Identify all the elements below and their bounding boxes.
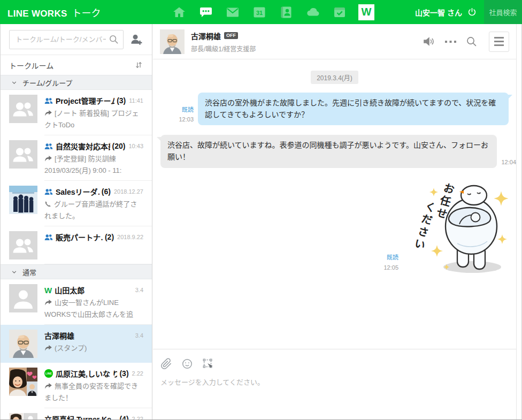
message-time: 12:04 — [501, 157, 516, 167]
talk-room-item[interactable]: LINE 瓜原江美,しいな りほ (3) 2.22 無事全員の安否を確認できまし… — [1, 363, 152, 408]
chat-panel: 古澤桐雄 OFF 部長/職級1/経営支援部 2019.3.4 — [153, 24, 516, 420]
chevron-down-icon — [11, 269, 17, 275]
capture-icon[interactable] — [202, 358, 214, 370]
member-count: (4) — [119, 415, 128, 420]
room-preview: (スタンプ) — [44, 343, 143, 355]
employee-search-button[interactable]: 社員検索 — [484, 0, 522, 24]
chat-toolbar — [423, 32, 509, 52]
message-meta: 既読 12:05 — [383, 253, 398, 272]
calendar-icon[interactable]: 31 — [251, 4, 267, 20]
message-incoming: 渋谷店、故障が続いていますね。表参道の同機種も調子が悪いようです。山安さん、フォ… — [153, 125, 516, 167]
section-team-group[interactable]: チーム/グループ — [1, 75, 152, 90]
room-title: 立原真紀,Turner Ke… — [44, 414, 117, 420]
group-icon — [44, 97, 53, 104]
date-divider: 2019.3.4(月) — [311, 71, 358, 84]
room-title: 販売パートナ… — [56, 232, 103, 242]
room-title: Salesリーダ… — [56, 186, 99, 197]
message-bubble: 渋谷店、故障が続いていますね。表参道の同機種も調子が悪いようです。山安さん、フォ… — [160, 135, 497, 167]
talk-room-item[interactable]: 自然災害対応本部 (20) 10:43 [予定登録] 防災訓練 2019/03/… — [1, 135, 152, 181]
message-bubble: 渋谷店の室外機がまた故障しました。先週に引き続き故障が続いてますので、状況を確認… — [198, 93, 509, 125]
talk-icon[interactable] — [198, 4, 214, 20]
sticker-message: 既読 12:05 — [153, 168, 516, 279]
add-member-icon[interactable] — [128, 32, 143, 47]
group-icon — [44, 234, 53, 241]
peer-avatar[interactable] — [160, 29, 185, 54]
sort-icon[interactable] — [134, 60, 143, 70]
app-title: トーク — [72, 5, 101, 19]
works-icon[interactable]: W — [358, 4, 374, 20]
avatar — [9, 186, 37, 214]
message-outgoing: 既読 12:03 渋谷店の室外機がまた故障しました。先週に引き続き故障が続いてま… — [153, 84, 516, 125]
peer-name: 古澤桐雄 — [191, 30, 221, 41]
room-title: 瓜原江美,しいな りほ — [56, 368, 117, 379]
read-receipt: 既読 — [179, 105, 194, 114]
current-user-name[interactable]: 山安一智 さん — [415, 7, 462, 18]
talk-room-item[interactable]: W 山田太郎 3.4 山安一智さんがLINE WORKSで山田太郎さんを追 — [1, 279, 152, 325]
home-icon[interactable] — [171, 4, 187, 20]
avatar — [9, 140, 37, 169]
member-count: (3) — [119, 369, 128, 378]
avatar — [9, 330, 37, 358]
room-time: 3.4 — [132, 332, 143, 339]
share-arrow-icon — [44, 344, 52, 355]
top-nav: 31 W — [171, 0, 374, 24]
more-icon[interactable] — [445, 40, 456, 43]
brand: LINE WORKS トーク — [7, 5, 101, 19]
svg-text:31: 31 — [256, 9, 263, 16]
chat-header: 古澤桐雄 OFF 部長/職級1/経営支援部 — [153, 24, 516, 59]
top-bar: LINE WORKS トーク 31 — [0, 0, 522, 24]
mail-icon[interactable] — [225, 4, 241, 20]
app-window: LINE WORKS トーク 31 — [0, 0, 522, 420]
avatar — [9, 95, 37, 123]
chat-scrollbar[interactable] — [516, 24, 522, 420]
talkroom-list-title: トークルーム — [9, 60, 53, 71]
talk-room-item[interactable]: Project管理チーム (3) 11:41 [ノート 新着投稿] プロジェクト… — [1, 90, 152, 135]
read-receipt: 既読 — [383, 253, 398, 262]
top-right: 山安一智 さん 社員検索 — [415, 0, 522, 24]
attach-icon[interactable] — [160, 358, 172, 370]
section-label: チーム/グループ — [22, 78, 72, 88]
menu-icon[interactable] — [489, 32, 509, 52]
search-input[interactable] — [9, 30, 124, 49]
speaker-icon[interactable] — [423, 36, 435, 47]
room-title: 自然災害対応本部 — [56, 141, 110, 151]
composer — [153, 349, 516, 420]
talkroom-list-header: トークルーム — [1, 55, 152, 75]
share-arrow-icon — [44, 109, 52, 120]
room-title: 古澤桐雄 — [44, 330, 74, 341]
room-time: 2.22 — [129, 370, 143, 377]
tasks-icon[interactable] — [332, 4, 348, 20]
room-time: 2018.9.22 — [114, 234, 143, 240]
share-arrow-icon — [44, 382, 52, 393]
member-count: (6) — [102, 187, 111, 196]
room-time: 2018.12.27 — [111, 188, 143, 195]
avatar — [9, 368, 37, 396]
talk-room-item[interactable]: 立原真紀,Turner Ke… (4) 2.22 — [1, 408, 152, 420]
emoji-icon[interactable] — [181, 358, 193, 370]
peer-subtitle: 部長/職級1/経営支援部 — [191, 44, 256, 53]
drive-icon[interactable] — [305, 4, 321, 20]
logout-icon[interactable] — [467, 7, 477, 17]
avatar — [9, 231, 37, 259]
contacts-icon[interactable] — [278, 4, 294, 20]
member-count: (20) — [112, 142, 126, 150]
line-badge-icon: LINE — [44, 369, 53, 378]
room-preview: 山安一智さんがLINE WORKSで山田太郎さんを追 — [44, 297, 143, 320]
message-time: 12:05 — [383, 264, 398, 271]
sidebar-search-row — [1, 24, 152, 55]
message-input[interactable] — [160, 377, 509, 409]
room-time: 10:43 — [125, 143, 143, 149]
talk-room-item[interactable]: 販売パートナ… (2) 2018.9.22 — [1, 226, 152, 264]
group-icon — [44, 143, 53, 150]
talk-room-item-selected[interactable]: 古澤桐雄 3.4 (スタンプ) — [1, 325, 152, 363]
room-preview: 無事全員の安否を確認できました！ — [44, 381, 143, 403]
room-preview: [予定登録] 防災訓練 2019/03/25(月) 9:00 - 11: — [44, 154, 143, 176]
talk-room-item[interactable]: Salesリーダ… (6) 2018.12.27 グループ音声通話が終了されまし… — [1, 181, 152, 226]
section-normal[interactable]: 通常 — [1, 264, 152, 279]
room-time: 3.4 — [132, 287, 143, 293]
member-count: (2) — [105, 233, 114, 241]
chat-search-icon[interactable] — [466, 36, 477, 47]
sticker-image: お任せ ください — [404, 181, 509, 279]
room-time: 2.22 — [129, 416, 143, 420]
message-list: 2019.3.4(月) 既読 12:03 渋谷店の室外機がまた故障しました。先週… — [153, 59, 516, 349]
